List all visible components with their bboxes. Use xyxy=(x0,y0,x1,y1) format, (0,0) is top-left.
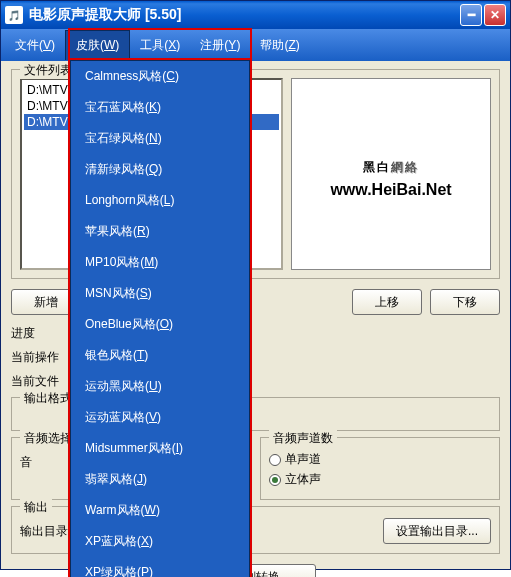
menu-help[interactable]: 帮助(Z) xyxy=(250,31,309,60)
audio-sub-label: 音 xyxy=(20,454,32,471)
skin-dropdown: Calmness风格(C)宝石蓝风格(K)宝石绿风格(N)清新绿风格(Q)Lon… xyxy=(70,60,250,577)
channel-label: 音频声道数 xyxy=(269,430,337,447)
skin-menu-item[interactable]: 宝石绿风格(N) xyxy=(71,123,249,154)
skin-menu-item[interactable]: 宝石蓝风格(K) xyxy=(71,92,249,123)
skin-menu-item[interactable]: XP绿风格(P) xyxy=(71,557,249,577)
minimize-button[interactable]: ━ xyxy=(460,4,482,26)
skin-menu-item[interactable]: Warm风格(W) xyxy=(71,495,249,526)
skin-menu-item[interactable]: OneBlue风格(O) xyxy=(71,309,249,340)
output-label: 输出 xyxy=(20,499,52,516)
move-up-button[interactable]: 上移 xyxy=(352,289,422,315)
filelist-label: 文件列表 xyxy=(20,62,76,79)
menu-file[interactable]: 文件(V) xyxy=(5,31,65,60)
logo-url: www.HeiBai.Net xyxy=(330,181,451,199)
set-output-dir-button[interactable]: 设置输出目录... xyxy=(383,518,491,544)
current-file-label: 当前文件 xyxy=(11,373,75,390)
window-title: 电影原声提取大师 [5.50] xyxy=(29,6,460,24)
progress-label: 进度 xyxy=(11,325,75,342)
radio-stereo[interactable]: 立体声 xyxy=(269,471,492,488)
menubar: 文件(V) 皮肤(W) 工具(X) 注册(Y) 帮助(Z) xyxy=(1,29,510,61)
skin-menu-item[interactable]: 苹果风格(R) xyxy=(71,216,249,247)
skin-menu-item[interactable]: MP10风格(M) xyxy=(71,247,249,278)
skin-menu-item[interactable]: Midsummer风格(I) xyxy=(71,433,249,464)
skin-menu-item[interactable]: 运动黑风格(U) xyxy=(71,371,249,402)
preview-pane: 黑白網絡 www.HeiBai.Net xyxy=(291,78,491,270)
skin-menu-item[interactable]: MSN风格(S) xyxy=(71,278,249,309)
menu-register[interactable]: 注册(Y) xyxy=(190,31,250,60)
skin-menu-item[interactable]: 清新绿风格(Q) xyxy=(71,154,249,185)
skin-menu-item[interactable]: 翡翠风格(J) xyxy=(71,464,249,495)
output-format-label: 输出格式 xyxy=(20,390,76,407)
radio-mono[interactable]: 单声道 xyxy=(269,451,492,468)
audio-select-label: 音频选择 xyxy=(20,430,76,447)
stereo-label: 立体声 xyxy=(285,471,321,488)
current-op-label: 当前操作 xyxy=(11,349,75,366)
channel-group: 音频声道数 单声道 立体声 xyxy=(260,437,501,500)
close-button[interactable]: ✕ xyxy=(484,4,506,26)
mono-label: 单声道 xyxy=(285,451,321,468)
menu-skin[interactable]: 皮肤(W) xyxy=(65,30,130,60)
skin-menu-item[interactable]: Calmness风格(C) xyxy=(71,61,249,92)
skin-menu-item[interactable]: XP蓝风格(X) xyxy=(71,526,249,557)
skin-menu-item[interactable]: 银色风格(T) xyxy=(71,340,249,371)
radio-icon xyxy=(269,454,281,466)
app-icon: 🎵 xyxy=(5,6,23,24)
titlebar: 🎵 电影原声提取大师 [5.50] ━ ✕ xyxy=(1,1,510,29)
move-down-button[interactable]: 下移 xyxy=(430,289,500,315)
logo-text: 黑白網絡 xyxy=(363,150,419,177)
radio-icon xyxy=(269,474,281,486)
menu-tools[interactable]: 工具(X) xyxy=(130,31,190,60)
skin-menu-item[interactable]: 运动蓝风格(V) xyxy=(71,402,249,433)
skin-menu-item[interactable]: Longhorn风格(L) xyxy=(71,185,249,216)
